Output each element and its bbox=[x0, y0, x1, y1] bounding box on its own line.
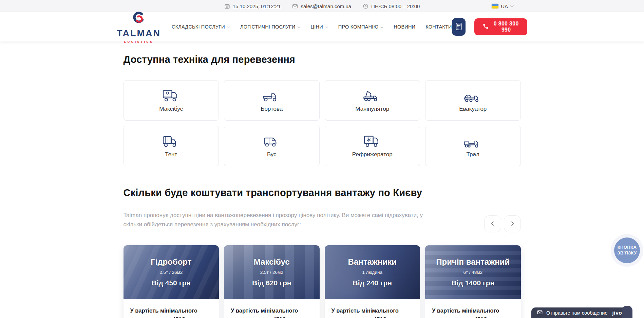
nav-item-label: ЛОГІСТИЧНІ ПОСЛУГИ bbox=[240, 24, 295, 30]
price-card-photo: Вантажники 1 людина Від 240 грн bbox=[325, 245, 420, 299]
price-card-note: У вартість мінімального замовлення за 45… bbox=[231, 306, 306, 318]
carousel-next-button[interactable] bbox=[504, 215, 521, 232]
van-icon bbox=[262, 134, 282, 148]
email-info[interactable]: sales@talman.com.ua bbox=[292, 3, 351, 9]
price-card-title: Максібус bbox=[254, 257, 290, 267]
price-card-spec: 2.5т / 26м2 bbox=[260, 270, 283, 275]
chevron-down-icon bbox=[325, 24, 328, 30]
price-card-photo: Гідроборт 2.5т / 26м2 Від 450 грн bbox=[124, 245, 219, 299]
envelope-icon bbox=[292, 3, 298, 9]
vehicle-card-flatbed[interactable]: Бортова bbox=[224, 80, 320, 121]
nav-item-label: КОНТАКТИ bbox=[425, 24, 452, 30]
vehicle-card-van[interactable]: Бус bbox=[224, 126, 320, 166]
vehicle-card-tow[interactable]: Евакуатор bbox=[425, 80, 521, 121]
price-card-price: Від 450 грн bbox=[152, 279, 191, 287]
email-text: sales@talman.com.ua bbox=[301, 3, 351, 9]
carousel-prev-button[interactable] bbox=[484, 215, 501, 232]
callback-label-line1: КНОПКА bbox=[618, 245, 637, 250]
tent-truck-icon bbox=[161, 134, 181, 148]
pricing-cards: Гідроборт 2.5т / 26м2 Від 450 грн У варт… bbox=[124, 245, 521, 318]
vehicle-card-tent[interactable]: Тент bbox=[124, 126, 219, 166]
callback-label-line2: ЗВ'ЯЗКУ bbox=[617, 250, 637, 256]
chat-message: Отправьте нам сообщение bbox=[546, 310, 608, 316]
nav-item-label: ПРО КОМПАНІЮ bbox=[338, 24, 378, 30]
nav-item-label: ЦІНИ bbox=[310, 24, 323, 30]
price-card-photo: Причіп вантажний 6т / 48м2 Від 1400 грн bbox=[425, 245, 521, 299]
logo-subtitle: LOGISTICS bbox=[124, 40, 153, 43]
vehicle-label: Трал bbox=[467, 151, 479, 158]
language-selector[interactable]: UA bbox=[492, 0, 514, 12]
phone-button[interactable]: 0 800 300 990 bbox=[474, 18, 527, 35]
price-card-title: Причіп вантажний bbox=[436, 257, 510, 267]
vehicle-label: Максібус bbox=[159, 106, 183, 112]
price-card-title: Гідроборт bbox=[151, 257, 191, 267]
price-card-price: Від 620 грн bbox=[252, 279, 291, 287]
vehicle-label: Евакуатор bbox=[459, 106, 487, 112]
vehicle-card-reefer[interactable]: Рефрижератор bbox=[325, 126, 420, 166]
price-card-title: Вантажники bbox=[348, 257, 397, 267]
price-card-hydroboard[interactable]: Гідроборт 2.5т / 26м2 Від 450 грн У варт… bbox=[124, 245, 219, 318]
box-truck-icon bbox=[161, 88, 181, 103]
nav-item-prices[interactable]: ЦІНИ bbox=[310, 24, 328, 30]
top-info-bar: 15.10.2025, 01:12:21 sales@talman.com.ua… bbox=[0, 0, 644, 12]
clock-icon bbox=[363, 3, 368, 9]
price-card-price: Від 1400 грн bbox=[451, 279, 494, 287]
price-card-spec: 1 людина bbox=[362, 270, 382, 275]
chevron-left-icon bbox=[490, 221, 495, 227]
vehicle-card-crane[interactable]: Маніпулятор bbox=[325, 80, 420, 121]
nav-item-label: НОВИНИ bbox=[394, 24, 415, 30]
talman-logo[interactable]: TALMAN LOGISTICS bbox=[117, 11, 161, 43]
callback-widget: КНОПКА ЗВ'ЯЗКУ bbox=[611, 234, 643, 267]
calculator-button[interactable] bbox=[452, 18, 466, 36]
ukraine-flag-icon bbox=[492, 4, 498, 8]
price-card-spec: 6т / 48м2 bbox=[463, 270, 482, 275]
price-card-cargo-trailer[interactable]: Причіп вантажний 6т / 48м2 Від 1400 грн … bbox=[425, 245, 521, 318]
tow-truck-icon bbox=[463, 88, 483, 103]
nav-item-contacts[interactable]: КОНТАКТИ bbox=[425, 24, 452, 30]
pricing-description: Talman пропонує доступні ціни на вантажо… bbox=[124, 211, 439, 229]
crane-truck-icon bbox=[362, 88, 382, 103]
pricing-carousel-controls bbox=[484, 215, 521, 232]
nav-item-about-company[interactable]: ПРО КОМПАНІЮ bbox=[338, 24, 383, 30]
nav-item-label: СКЛАДСЬКІ ПОСЛУГИ bbox=[172, 24, 225, 30]
price-card-note: У вартість мінімального замовлення за 45… bbox=[432, 306, 507, 318]
phone-number: 0 800 300 990 bbox=[493, 21, 519, 33]
vehicles-section-title: Доступна техніка для перевезення bbox=[124, 54, 521, 65]
vehicle-label: Рефрижератор bbox=[352, 151, 393, 158]
callback-button[interactable]: КНОПКА ЗВ'ЯЗКУ bbox=[614, 237, 640, 263]
pricing-section-title: Скільки буде коштувати транспортування в… bbox=[124, 187, 521, 198]
price-card-price: Від 240 грн bbox=[353, 279, 392, 287]
flatbed-truck-icon bbox=[262, 88, 282, 103]
low-loader-icon bbox=[463, 134, 483, 148]
price-card-photo: Максібус 2.5т / 26м2 Від 620 грн bbox=[224, 245, 320, 299]
chevron-down-icon bbox=[380, 24, 383, 30]
nav-item-warehouse-services[interactable]: СКЛАДСЬКІ ПОСЛУГИ bbox=[172, 24, 230, 30]
phone-icon bbox=[482, 23, 489, 31]
price-card-loaders[interactable]: Вантажники 1 людина Від 240 грн У вартіс… bbox=[325, 245, 420, 318]
vehicle-card-low-loader[interactable]: Трал bbox=[425, 126, 521, 166]
nav-menu: СКЛАДСЬКІ ПОСЛУГИ ЛОГІСТИЧНІ ПОСЛУГИ ЦІН… bbox=[172, 24, 452, 30]
nav-item-news[interactable]: НОВИНИ bbox=[394, 24, 415, 30]
jivo-brand-label: jivo bbox=[612, 310, 622, 316]
chevron-right-icon bbox=[510, 221, 515, 227]
datetime-text: 15.10.2025, 01:12:21 bbox=[233, 3, 281, 9]
chevron-down-icon bbox=[227, 24, 230, 30]
vehicle-card-maxibus[interactable]: Максібус bbox=[124, 80, 219, 121]
price-card-note: У вартість мінімального замовлення за 45… bbox=[130, 306, 206, 318]
vehicles-grid: Максібус Бортова Маніпулятор Евакуатор Т… bbox=[124, 80, 521, 166]
vehicle-label: Маніпулятор bbox=[355, 106, 389, 112]
chat-envelope-icon bbox=[537, 309, 543, 317]
hours-info: ПН-СБ 08:00 – 20:00 bbox=[363, 3, 420, 9]
main-navigation: TALMAN LOGISTICS СКЛАДСЬКІ ПОСЛУГИ ЛОГІС… bbox=[0, 12, 644, 41]
logo-title: TALMAN bbox=[117, 29, 161, 38]
talman-emblem-icon bbox=[131, 11, 146, 28]
calculator-icon bbox=[454, 22, 463, 32]
reefer-truck-icon bbox=[362, 134, 382, 148]
hours-text: ПН-СБ 08:00 – 20:00 bbox=[371, 3, 420, 9]
price-card-maxibus[interactable]: Максібус 2.5т / 26м2 Від 620 грн У варті… bbox=[224, 245, 320, 318]
jivo-chat-bar[interactable]: Отправьте нам сообщение jivo bbox=[531, 307, 630, 318]
nav-item-logistics-services[interactable]: ЛОГІСТИЧНІ ПОСЛУГИ bbox=[240, 24, 300, 30]
calendar-icon bbox=[224, 3, 230, 9]
language-code: UA bbox=[501, 3, 508, 9]
chevron-down-icon bbox=[510, 5, 514, 7]
